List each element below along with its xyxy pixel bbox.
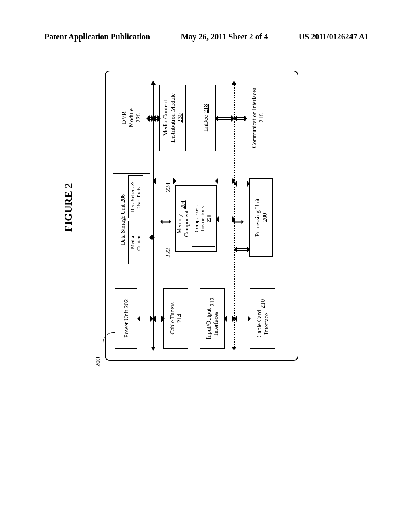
io-interfaces-connector <box>224 316 235 321</box>
storage-224-ref: 224 <box>165 183 172 192</box>
io-interfaces-box: Input/Output Interfaces 212 <box>200 288 225 349</box>
comm-connector <box>234 116 247 121</box>
data-storage-ref: 206 <box>120 194 127 203</box>
header-center: May 26, 2011 Sheet 2 of 4 <box>181 32 268 42</box>
processing-unit-box: Processing Unit 200 <box>249 178 273 257</box>
endec-ref: 218 <box>202 104 209 113</box>
memory-ref: 204 <box>180 200 187 209</box>
cable-tuners-label: Cable Tuners <box>169 302 176 335</box>
device-ref: 200 <box>94 357 102 367</box>
header-left: Patent Application Publication <box>44 32 150 42</box>
storage-224-line <box>156 188 165 188</box>
processing-connector-b <box>234 181 250 186</box>
cable-card-label: Cable Card Interface <box>255 310 270 337</box>
processing-ref: 200 <box>261 213 268 222</box>
memory-top-connector <box>152 179 177 183</box>
dvr-module-box: DVR Module 226 <box>115 85 147 151</box>
cable-card-connector <box>234 316 251 321</box>
power-unit-box: Power Unit 202 <box>115 288 137 349</box>
endec-connector <box>215 116 234 121</box>
processing-label: Processing Unit <box>254 198 261 237</box>
data-storage-unit-box: Data Storage Unit 206 Media Content Rec.… <box>113 173 150 266</box>
rec-sched-subbox: Rec. Sched. & User Prefs. <box>128 175 143 218</box>
memory-label: Memory Component <box>177 210 190 237</box>
comp-exec-subbox: Comp. Exec. Instructions 220 <box>192 191 215 247</box>
cable-tuners-box: Cable Tuners 214 <box>163 288 188 349</box>
dist-module-box: Media Content Distribution Module 230 <box>159 85 186 151</box>
cable-card-box: Cable Card Interface 210 <box>250 288 275 349</box>
data-storage-label: Data Storage Unit <box>120 204 127 245</box>
storage-222-line <box>156 253 165 253</box>
memory-component-box: Memory Component 204 Comp. Exec. Instruc… <box>175 185 217 252</box>
comm-ref: 216 <box>258 113 265 123</box>
endec-label: EnDec <box>202 115 209 132</box>
figure-title: FIGURE 2 <box>63 183 75 232</box>
patent-page: Patent Application Publication May 26, 2… <box>0 0 413 532</box>
figure-2-diagram: 200 Power Unit 202 Cable Tuners 214 Inpu… <box>105 66 399 264</box>
storage-connector <box>149 235 155 240</box>
storage-memory-arrow <box>160 222 171 222</box>
comm-label: Communication Interfaces <box>251 88 258 148</box>
dvr-ref: 226 <box>135 113 142 123</box>
processing-connector-a <box>234 247 250 252</box>
comp-exec-label: Comp. Exec. Instructions <box>193 205 206 233</box>
dvr-label: DVR Module <box>120 108 135 127</box>
dist-label: Media Content Distribution Module <box>162 93 176 143</box>
memory-bottom-connector2 <box>215 179 235 183</box>
figure-2-diagram-inner: 200 Power Unit 202 Cable Tuners 214 Inpu… <box>105 66 302 361</box>
cable-tuners-connector <box>152 316 165 321</box>
power-unit-connector <box>137 316 153 321</box>
power-unit-label: Power Unit <box>123 310 130 338</box>
page-header: Patent Application Publication May 26, 2… <box>0 32 413 42</box>
power-unit-ref: 202 <box>123 299 130 308</box>
media-content-subbox: Media Content <box>128 221 143 264</box>
endec-box: EnDec 218 <box>196 85 216 151</box>
memory-proc-arrow <box>233 222 244 222</box>
storage-222-ref: 222 <box>165 248 172 258</box>
dist-connector <box>152 116 161 121</box>
comm-interfaces-box: Communication Interfaces 216 <box>246 85 270 151</box>
comp-exec-ref: 220 <box>206 215 212 223</box>
dist-ref: 230 <box>176 113 184 123</box>
header-right: US 2011/0126247 A1 <box>299 32 369 42</box>
cable-tuners-ref: 214 <box>176 314 183 323</box>
io-interfaces-ref: 212 <box>209 297 216 307</box>
cable-card-ref: 210 <box>259 299 266 309</box>
io-interfaces-label: Input/Output Interfaces <box>205 308 219 340</box>
